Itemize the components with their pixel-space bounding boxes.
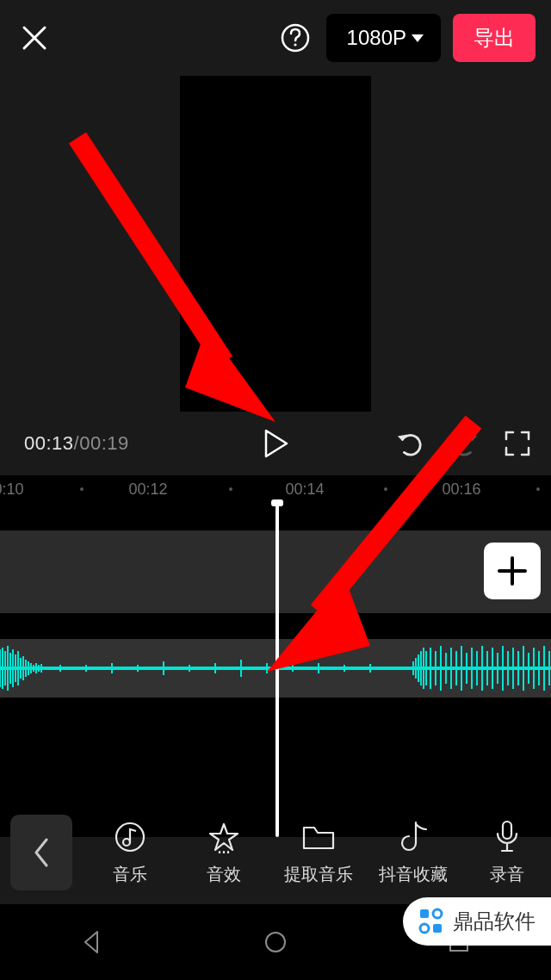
tool-label: 音效	[207, 863, 241, 886]
redo-button[interactable]	[449, 429, 479, 458]
tool-label: 抖音收藏	[379, 863, 448, 886]
undo-button[interactable]	[396, 429, 425, 458]
tool-music[interactable]: 音乐	[86, 820, 174, 886]
ruler-dot	[229, 487, 232, 491]
svg-point-71	[433, 909, 442, 918]
video-preview[interactable]	[180, 76, 371, 412]
watermark-badge: 鼎品软件	[403, 897, 551, 946]
tool-label: 音乐	[113, 863, 147, 886]
tool-record[interactable]: 录音	[463, 820, 551, 886]
add-clip-button[interactable]	[484, 543, 541, 599]
resolution-selector[interactable]: 1080P	[326, 14, 441, 62]
svg-point-66	[123, 839, 130, 846]
tool-label: 录音	[490, 863, 524, 886]
tool-label: 提取音乐	[284, 863, 353, 886]
help-button[interactable]	[276, 19, 314, 57]
star-sound-icon	[207, 820, 241, 854]
tool-extract-music[interactable]: 提取音乐	[275, 820, 362, 886]
current-time: 00:13	[24, 432, 74, 454]
ruler-dot	[536, 487, 540, 491]
ruler-tick: 0:10	[0, 481, 24, 499]
video-preview-area	[0, 76, 551, 412]
svg-rect-70	[420, 909, 429, 918]
nav-home-button[interactable]	[257, 923, 294, 961]
svg-rect-67	[503, 822, 511, 839]
ruler-tick: 00:14	[285, 481, 324, 499]
watermark-text: 鼎品软件	[453, 908, 536, 935]
export-button[interactable]: 导出	[453, 14, 536, 62]
chevron-down-icon	[412, 34, 424, 42]
nav-back-button[interactable]	[73, 923, 111, 961]
timecode-display: 00:13/00:19	[24, 432, 129, 455]
timeline[interactable]: 0:10 00:12 00:14 00:16	[0, 475, 551, 837]
resolution-label: 1080P	[347, 26, 406, 50]
playhead[interactable]	[276, 503, 279, 837]
svg-point-72	[420, 924, 429, 933]
play-button[interactable]	[257, 425, 294, 462]
watermark-logo-icon	[415, 906, 446, 937]
svg-point-1	[294, 43, 296, 46]
ruler-tick: 00:16	[442, 481, 480, 499]
close-button[interactable]	[15, 19, 53, 57]
fullscreen-button[interactable]	[503, 429, 532, 458]
music-note-icon	[113, 820, 147, 854]
ruler-dot	[384, 487, 387, 491]
mic-icon	[490, 820, 524, 854]
svg-rect-73	[433, 924, 442, 933]
folder-icon	[301, 820, 336, 854]
douyin-icon	[396, 820, 430, 854]
tool-sound-effect[interactable]: 音效	[181, 820, 269, 886]
ruler-dot	[80, 487, 84, 491]
export-label: 导出	[474, 24, 515, 52]
total-time: 00:19	[79, 432, 129, 454]
tool-douyin-favorites[interactable]: 抖音收藏	[369, 820, 457, 886]
ruler-tick: 00:12	[128, 481, 167, 499]
svg-point-68	[266, 933, 285, 952]
toolbar-back-button[interactable]	[10, 815, 72, 890]
